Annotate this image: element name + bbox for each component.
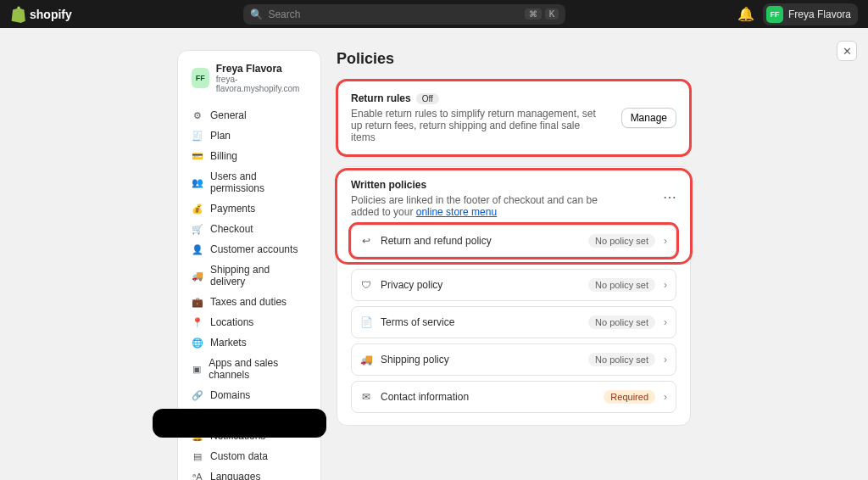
chevron-right-icon: › [664,391,667,403]
chevron-right-icon: › [664,279,667,291]
return-rules-description: Enable return rules to simplify return m… [351,108,605,143]
sidebar-icon: ▤ [192,450,203,462]
return-rules-title: Return rules [351,92,411,104]
policy-label: Contact information [381,391,469,403]
sidebar-item-general[interactable]: ⚙General [183,105,315,126]
sidebar-item-apps-and-sales-channels[interactable]: ▣Apps and sales channels [183,353,315,385]
close-icon: ✕ [843,45,852,58]
search-icon: 🔍 [250,8,263,20]
search-input[interactable]: 🔍 Search ⌘ K [243,4,565,25]
policy-label: Privacy policy [381,279,442,291]
sidebar-item-label: General [210,109,247,121]
policy-icon: ✉ [360,391,372,403]
sidebar-icon: 👥 [192,176,203,188]
policy-row-privacy-policy[interactable]: 🛡Privacy policyNo policy set› [351,269,676,301]
policy-row-terms-of-service[interactable]: 📄Terms of serviceNo policy set› [351,306,676,338]
sidebar-item-billing[interactable]: 💳Billing [183,146,315,166]
return-rules-status: Off [416,93,439,104]
kbd-k: K [545,8,559,20]
policy-label: Terms of service [381,316,454,328]
sidebar-item-payments[interactable]: 💰Payments [183,198,315,219]
policy-row-shipping-policy[interactable]: 🚚Shipping policyNo policy set› [351,343,676,376]
sidebar-icon: 🧾 [192,130,203,142]
chevron-right-icon: › [664,316,667,328]
sidebar-item-label: Locations [210,316,253,328]
sidebar-item-label: Languages [210,471,260,480]
policy-status: No policy set [588,234,655,248]
policy-list-rest: 🛡Privacy policyNo policy set›📄Terms of s… [351,269,676,413]
sidebar-icon: 🔗 [192,389,203,401]
sidebar-item-label: Taxes and duties [210,296,287,308]
sidebar-item-shipping-and-delivery[interactable]: 🚚Shipping and delivery [183,260,315,292]
written-policies-card: Written policies Policies are linked in … [337,166,691,426]
topbar-right: 🔔 FF Freya Flavora [737,3,858,25]
shopify-bag-icon [10,6,25,23]
sidebar-item-label: Customer accounts [210,243,298,255]
sidebar-item-checkout[interactable]: 🛒Checkout [183,219,315,239]
written-policies-desc: Policies are linked in the footer of che… [351,194,605,218]
sidebar-item-users-and-permissions[interactable]: 👥Users and permissions [183,166,315,198]
store-domain: freya-flavora.myshopify.com [216,75,307,93]
sidebar-item-label: Domains [210,389,250,401]
card-header-row: Return rules Off Enable return rules to … [351,92,676,143]
avatar: FF [766,6,783,23]
sidebar-icon: 💳 [192,150,203,162]
main-content: Policies Return rules Off Enable return … [337,50,691,480]
online-store-menu-link[interactable]: online store menu [416,206,497,218]
written-policies-title: Written policies [351,179,605,191]
policy-row-highlight: ↩Return and refund policyNo policy set› [351,225,676,257]
sidebar-icon: 🌐 [192,337,203,349]
policy-icon: 📄 [360,316,372,328]
sidebar-icon: 💰 [192,203,203,215]
redacted-overlay [153,409,326,438]
policy-row-contact-information[interactable]: ✉Contact informationRequired› [351,381,676,413]
policy-label: Shipping policy [381,354,449,366]
sidebar-icon: 🚚 [192,270,203,282]
brand-logo[interactable]: shopify [10,6,72,23]
account-menu[interactable]: FF Freya Flavora [763,3,858,25]
policy-row-return-and-refund-policy[interactable]: ↩Return and refund policyNo policy set› [351,225,676,257]
more-actions-icon[interactable]: ⋯ [663,191,676,204]
sidebar-item-custom-data[interactable]: ▤Custom data [183,446,315,466]
sidebar-icon: ⚙ [192,109,203,121]
kbd-cmd: ⌘ [525,8,542,20]
page-title: Policies [337,50,691,68]
sidebar-item-customer-accounts[interactable]: 👤Customer accounts [183,239,315,260]
store-name: Freya Flavora [216,63,307,75]
policy-icon: ↩ [360,235,372,247]
search-placeholder: Search [268,8,300,20]
search-wrap: 🔍 Search ⌘ K [79,4,731,25]
sidebar-item-domains[interactable]: 🔗Domains [183,385,315,405]
sidebar-item-label: Checkout [210,223,253,235]
store-header[interactable]: FF Freya Flavora freya-flavora.myshopify… [183,59,315,102]
sidebar-item-taxes-and-duties[interactable]: 💼Taxes and duties [183,292,315,312]
policy-status: No policy set [588,315,655,329]
sidebar-item-label: Billing [210,150,237,162]
manage-button[interactable]: Manage [621,108,676,128]
sidebar-item-languages[interactable]: ᵃALanguages [183,466,315,480]
sidebar-item-plan[interactable]: 🧾Plan [183,126,315,146]
sidebar-item-label: Users and permissions [210,170,307,194]
sidebar-icon: 💼 [192,296,203,308]
sidebar-icon: 👤 [192,243,203,255]
sidebar-item-markets[interactable]: 🌐Markets [183,332,315,353]
sidebar-item-label: Plan [210,130,231,142]
sidebar-icon: 🛒 [192,223,203,235]
return-rules-title-row: Return rules Off [351,92,605,104]
policy-label: Return and refund policy [381,235,492,247]
bell-icon[interactable]: 🔔 [737,6,754,22]
policy-status: No policy set [588,278,655,292]
policy-status: No policy set [588,353,655,366]
close-button[interactable]: ✕ [837,41,857,61]
brand-text: shopify [30,8,72,21]
avatar-name: Freya Flavora [788,8,851,20]
chevron-right-icon: › [664,354,667,366]
policy-list-first: ↩Return and refund policyNo policy set› [351,225,676,257]
sidebar-item-locations[interactable]: 📍Locations [183,312,315,332]
sidebar-item-label: Payments [210,203,255,215]
sidebar-item-label: Custom data [210,450,268,462]
sidebar-item-label: Shipping and delivery [210,264,307,287]
policy-icon: 🛡 [360,279,372,291]
sidebar-icon: ▣ [192,363,202,375]
sidebar-item-label: Apps and sales channels [209,357,307,381]
